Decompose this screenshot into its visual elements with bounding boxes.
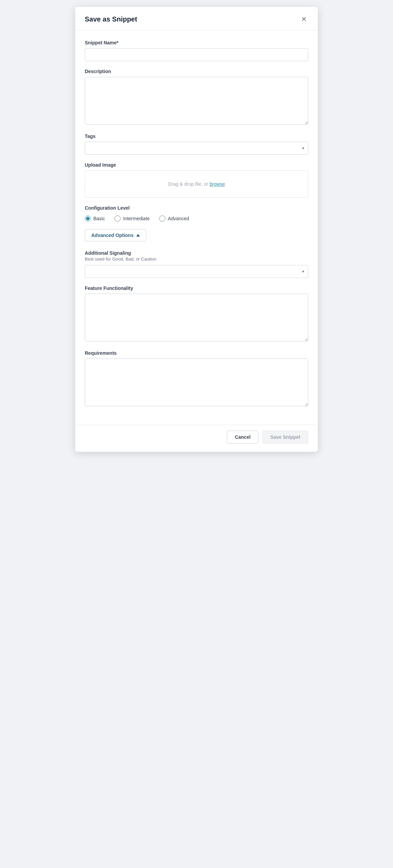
radio-basic-label: Basic	[93, 216, 105, 221]
tags-group: Tags ▾	[85, 134, 308, 155]
modal-header: Save as Snippet ✕	[75, 7, 318, 30]
tags-label: Tags	[85, 134, 308, 139]
snippet-name-label: Snippet Name*	[85, 40, 308, 45]
additional-signaling-group: Additional Signaling Best used for Good,…	[85, 250, 308, 278]
advanced-options-label: Advanced Options	[91, 233, 134, 238]
radio-advanced-label: Advanced	[168, 216, 189, 221]
requirements-group: Requirements	[85, 350, 308, 408]
additional-signaling-select[interactable]	[85, 265, 308, 278]
config-level-label: Configuration Level	[85, 205, 308, 211]
upload-browse-link[interactable]: browse	[209, 181, 225, 187]
save-snippet-button[interactable]: Save Snippet	[262, 431, 308, 444]
upload-drag-text: Drag & drop file, or browse	[168, 181, 225, 187]
save-as-snippet-modal: Save as Snippet ✕ Snippet Name* Descript…	[75, 7, 318, 452]
upload-drag-label: Drag & drop file, or	[168, 181, 209, 187]
upload-image-group: Upload Image Drag & drop file, or browse	[85, 162, 308, 198]
additional-signaling-title: Additional Signaling	[85, 250, 308, 256]
radio-item-advanced[interactable]: Advanced	[159, 215, 189, 222]
description-group: Description	[85, 69, 308, 126]
radio-item-basic[interactable]: Basic	[85, 215, 105, 222]
close-icon: ✕	[301, 16, 307, 23]
snippet-name-group: Snippet Name*	[85, 40, 308, 61]
tags-select[interactable]	[85, 142, 308, 155]
feature-functionality-textarea[interactable]	[85, 294, 308, 341]
cancel-button[interactable]: Cancel	[227, 431, 258, 444]
additional-signaling-subtitle: Best used for Good, Bad, or Caution	[85, 256, 308, 262]
description-label: Description	[85, 69, 308, 74]
radio-group-config: Basic Intermediate Advanced	[85, 215, 308, 222]
advanced-options-button[interactable]: Advanced Options	[85, 229, 146, 241]
modal-footer: Cancel Save Snippet	[75, 425, 318, 452]
radio-basic[interactable]	[85, 215, 91, 222]
radio-advanced[interactable]	[159, 215, 165, 222]
modal-title: Save as Snippet	[85, 15, 137, 23]
requirements-textarea[interactable]	[85, 359, 308, 406]
snippet-name-input[interactable]	[85, 48, 308, 61]
radio-intermediate-label: Intermediate	[123, 216, 150, 221]
close-button[interactable]: ✕	[300, 14, 308, 24]
additional-signaling-select-wrapper: ▾	[85, 265, 308, 278]
description-textarea[interactable]	[85, 77, 308, 125]
feature-functionality-label: Feature Functionality	[85, 285, 308, 291]
upload-dropzone[interactable]: Drag & drop file, or browse	[85, 170, 308, 198]
modal-body: Snippet Name* Description Tags ▾ Upload …	[75, 30, 318, 422]
requirements-label: Requirements	[85, 350, 308, 356]
triangle-up-icon	[136, 234, 140, 237]
radio-item-intermediate[interactable]: Intermediate	[114, 215, 150, 222]
tags-select-wrapper: ▾	[85, 142, 308, 155]
feature-functionality-group: Feature Functionality	[85, 285, 308, 343]
radio-intermediate[interactable]	[114, 215, 121, 222]
config-level-group: Configuration Level Basic Intermediate A…	[85, 205, 308, 222]
upload-image-label: Upload Image	[85, 162, 308, 168]
